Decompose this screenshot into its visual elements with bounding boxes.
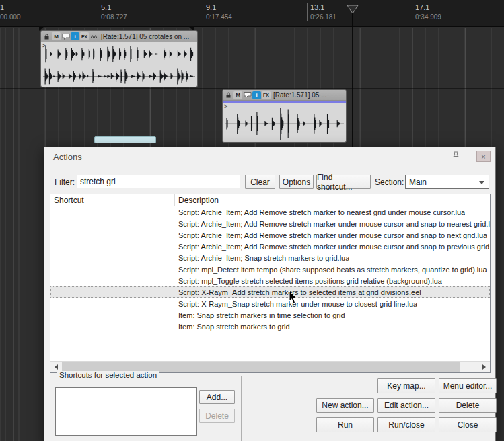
timeline-ruler[interactable]: 1 00.000 5.10:08.7279.10:17.45413.10:26.… [0,0,504,27]
shortcuts-groupbox: Shortcuts for selected action Add... Del… [50,376,242,441]
delete-action-button[interactable]: Delete [439,398,497,413]
scrollbar-thumb[interactable] [62,362,460,372]
filter-label: Filter: [55,177,75,187]
waveform-2 [225,107,344,141]
action-row[interactable]: Script: Archie_Item; Snap stretch marker… [50,252,490,264]
action-row[interactable]: Script: Archie_Item; Add Remove stretch … [50,229,490,241]
ruler-mark: 1 00.000 [0,3,21,21]
action-row[interactable]: Script: X-Raym_Add stretch markers to se… [50,286,490,298]
item-selected-bar [223,101,346,103]
action-description-cell: Script: Archie_Item; Snap stretch marker… [175,254,349,262]
ruler-mark: 13.10:26.181 [307,3,336,21]
info-icon[interactable]: i [252,91,261,99]
waveform-1a [43,45,195,63]
fx-icon[interactable]: FX [262,91,271,99]
ruler-time-label: 00.000 [0,13,21,21]
action-row[interactable]: Item: Snap stretch markers to grid [50,321,490,332]
mute-icon[interactable]: M [233,91,242,99]
lock-icon[interactable] [224,91,233,99]
menu-editor-button[interactable]: Menu editor... [439,378,497,393]
action-description-cell: Script: Archie_Item; Add Remove stretch … [175,243,490,251]
chevron-down-icon [479,181,484,184]
list-header: Shortcut Description [50,194,490,206]
mute-icon[interactable]: M [52,32,61,40]
shortcuts-group-label: Shortcuts for selected action [57,371,159,379]
item-title: [Rate:1.571] 05 ... [273,91,327,99]
action-description-cell: Item: Snap stretch markers in time selec… [175,311,345,319]
dialog-title: Actions [53,152,82,162]
action-list-rows: Script: Archie_Item; Add Remove stretch … [50,206,490,361]
info-icon[interactable]: i [71,32,79,40]
column-header-description[interactable]: Description [175,196,219,205]
section-label: Section: [375,177,404,187]
action-list[interactable]: Shortcut Description Script: Archie_Item… [50,194,491,373]
action-row[interactable]: Script: Archie_Item; Add Remove stretch … [50,241,490,252]
section-dropdown[interactable]: Main [405,175,489,189]
notes-icon[interactable] [243,91,252,99]
shortcuts-listbox[interactable] [55,387,197,436]
find-shortcut-button[interactable]: Find shortcut... [316,175,371,189]
options-button[interactable]: Options [279,175,314,189]
action-row[interactable]: Script: mpl_Toggle stretch selected item… [50,275,490,286]
run-button[interactable]: Run [316,417,374,432]
item-header: M i FX [Rate:1.571] 05 crotales on ... [41,31,197,42]
pin-icon[interactable] [451,151,461,163]
scroll-right-arrow[interactable] [478,362,490,372]
action-row[interactable]: Script: mpl_Detect item tempo (share sup… [50,264,490,275]
waveform-1b [43,67,195,85]
edit-cursor-handle[interactable] [347,5,359,17]
action-description-cell: Script: mpl_Detect item tempo (share sup… [175,266,487,274]
section-value: Main [409,177,427,187]
track-separator [0,145,504,145]
filter-input[interactable] [77,175,240,188]
add-shortcut-button[interactable]: Add... [199,390,235,404]
ruler-mark: 5.10:08.727 [98,3,127,21]
mouse-cursor [289,290,298,307]
key-map-button[interactable]: Key map... [377,378,435,393]
action-row[interactable]: Script: X-Raym_Snap stretch marker under… [50,298,490,309]
lock-icon[interactable] [42,32,51,40]
column-header-shortcut[interactable]: Shortcut [50,194,175,206]
ruler-mark: 9.10:17.454 [203,3,232,21]
take-marker: > [224,103,227,110]
props-icon[interactable] [89,32,98,40]
close-button[interactable]: × [476,151,491,162]
clear-button[interactable]: Clear [245,175,275,189]
ruler-mark: 17.10:34.909 [412,3,441,21]
media-item-2[interactable]: M i FX [Rate:1.571] 05 ... > [222,89,347,143]
media-item-1[interactable]: M i FX [Rate:1.571] 05 crotales on ... > [40,30,198,87]
take-marker: > [42,42,46,49]
new-action-button[interactable]: New action... [316,398,374,413]
action-row[interactable]: Script: Archie_Item; Add Remove stretch … [50,206,490,218]
action-row[interactable]: Script: Archie_Item; Add Remove stretch … [50,218,490,229]
close-dialog-button[interactable]: Close [439,417,497,432]
action-row[interactable]: Item: Snap stretch markers in time selec… [50,309,490,321]
ruler-beat-label: 1 [0,3,21,11]
dialog-title-bar[interactable]: Actions × [44,147,495,165]
action-description-cell: Script: Archie_Item; Add Remove stretch … [175,231,487,239]
action-description-cell: Script: Archie_Item; Add Remove stretch … [175,220,490,228]
action-description-cell: Script: mpl_Toggle stretch selected item… [175,277,442,285]
notes-icon[interactable] [61,32,70,40]
track-separator [0,88,504,89]
partial-media-item[interactable] [94,136,156,143]
item-header: M i FX [Rate:1.571] 05 ... [223,90,346,101]
fx-icon[interactable]: FX [80,32,89,40]
actions-dialog: Actions × Filter: Clear Options Find sho… [44,147,496,441]
delete-shortcut-button[interactable]: Delete [199,409,235,423]
action-description-cell: Script: Archie_Item; Add Remove stretch … [175,208,465,216]
item-title: [Rate:1.571] 05 crotales on ... [101,33,189,40]
edit-action-button[interactable]: Edit action... [377,398,435,413]
action-description-cell: Item: Snap stretch markers to grid [175,323,290,331]
run-close-button[interactable]: Run/close [377,417,435,432]
